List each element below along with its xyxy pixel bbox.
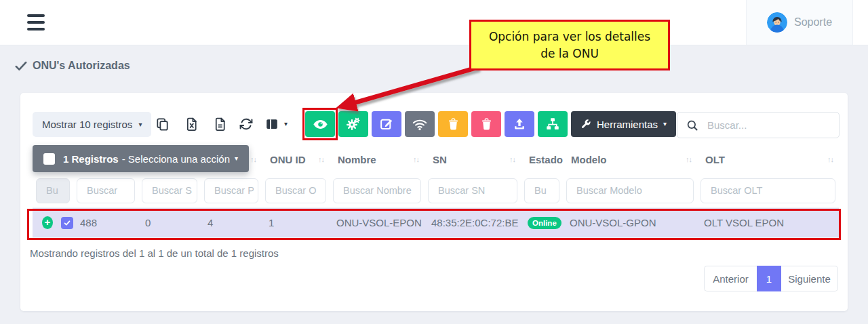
- top-bar: Soporte: [0, 0, 868, 45]
- sort-icon: ↑↓: [686, 155, 692, 163]
- header-sn[interactable]: SN↑↓: [425, 154, 521, 165]
- columns-icon[interactable]: [263, 114, 281, 134]
- filter-expand-disabled: [36, 178, 70, 203]
- show-entries-label: Mostrar 10 registros: [42, 119, 132, 130]
- cell-id: 488: [73, 217, 138, 228]
- sort-icon: ↑↓: [827, 155, 833, 163]
- trash-icon: [446, 117, 460, 131]
- sort-icon: ↑↓: [250, 155, 256, 163]
- table-info-text: Mostrando registros del 1 al 1 de un tot…: [30, 247, 279, 259]
- bulk-action-bar: 1 Registros - Selecciona una acción ▾: [33, 145, 249, 172]
- network-map-button[interactable]: [538, 111, 568, 137]
- copy-icon[interactable]: [153, 114, 171, 134]
- gears-icon: [345, 116, 361, 132]
- user-name-label: Soporte: [794, 16, 832, 28]
- auto-config-button[interactable]: [338, 111, 368, 137]
- delete-button-red[interactable]: [471, 111, 501, 137]
- tools-dropdown-button[interactable]: Herramientas ▾: [571, 111, 676, 137]
- table-search: [677, 112, 840, 138]
- pagination: Anterior 1 Siguiente: [704, 266, 838, 291]
- upload-icon: [512, 117, 527, 131]
- onu-table-card: Mostrar 10 registros ▾ ▾: [20, 93, 848, 311]
- plus-icon: +: [45, 217, 51, 227]
- check-icon: [15, 60, 27, 71]
- page-title-label: ONU's Autorizadas: [33, 60, 130, 72]
- sort-icon: ↑↓: [413, 155, 419, 163]
- page-title: ONU's Autorizadas: [15, 60, 130, 72]
- eye-icon: [313, 117, 328, 132]
- status-badge: Online: [528, 217, 561, 229]
- edit-icon: [379, 117, 394, 131]
- upload-button[interactable]: [505, 111, 534, 137]
- sitemap-icon: [545, 117, 560, 131]
- wrench-icon: [580, 119, 591, 129]
- cell-olt: OLT VSOL EPON: [697, 217, 839, 228]
- pagination-next[interactable]: Siguiente: [781, 266, 838, 291]
- search-input[interactable]: [706, 119, 844, 131]
- filter-modelo-input[interactable]: [566, 178, 694, 203]
- bulk-action-dropdown[interactable]: - Selecciona una acción ▾: [122, 153, 238, 165]
- wifi-button[interactable]: [405, 111, 435, 137]
- bulk-count-label: 1 Registros: [63, 153, 119, 165]
- document-icon[interactable]: [212, 114, 229, 134]
- edit-button[interactable]: [372, 111, 401, 137]
- cell-puerto: 4: [201, 217, 262, 228]
- filter-slot-input[interactable]: [142, 178, 197, 203]
- view-details-button[interactable]: [305, 111, 335, 137]
- search-icon: [686, 119, 698, 131]
- trash-icon: [479, 117, 494, 131]
- user-avatar: [767, 12, 787, 33]
- cell-slot: 0: [138, 217, 201, 228]
- header-estado: Estado: [521, 154, 563, 165]
- filter-id-input[interactable]: [77, 178, 135, 203]
- table-filter-row: [33, 174, 839, 208]
- cell-nombre: ONU-VSOL-EPON: [330, 217, 425, 228]
- caret-down-icon: ▾: [663, 121, 667, 127]
- header-nombre[interactable]: Nombre↑↓: [330, 154, 425, 165]
- tools-label: Herramientas: [597, 119, 658, 130]
- sort-icon: ↑↓: [509, 155, 515, 163]
- cell-sn: 48:35:2E:0C:72:BE: [425, 217, 521, 228]
- header-olt[interactable]: OLT↑↓: [697, 154, 839, 165]
- filter-olt-input[interactable]: [701, 178, 835, 203]
- header-onu-id[interactable]: ONU ID↑↓: [262, 154, 330, 165]
- expand-row-button[interactable]: +: [42, 216, 53, 229]
- show-entries-dropdown[interactable]: Mostrar 10 registros ▾: [33, 112, 151, 137]
- bulk-select-checkbox[interactable]: [43, 153, 55, 165]
- check-icon: [63, 219, 71, 227]
- table-row[interactable]: + 488 0 4 1 ONU-VSOL-EPON 48:35:2E:0C:72…: [33, 208, 839, 238]
- filter-estado-input[interactable]: [524, 178, 559, 203]
- user-menu[interactable]: Soporte: [746, 0, 853, 45]
- cell-modelo: ONU-VSOL-GPON: [563, 217, 697, 228]
- cell-onu-id: 1: [262, 217, 330, 228]
- pagination-page-1[interactable]: 1: [757, 266, 781, 291]
- sort-icon: ↑↓: [318, 155, 324, 163]
- refresh-icon[interactable]: [237, 114, 255, 134]
- columns-caret-icon[interactable]: ▾: [284, 121, 288, 127]
- row-checkbox-checked[interactable]: [61, 217, 73, 229]
- filter-puerto-input[interactable]: [204, 178, 258, 203]
- filter-nombre-input[interactable]: [333, 178, 421, 203]
- pagination-previous[interactable]: Anterior: [704, 266, 757, 291]
- delete-button-amber[interactable]: [438, 111, 468, 137]
- wifi-icon: [412, 116, 428, 132]
- filter-onu-id-input[interactable]: [265, 178, 326, 203]
- header-modelo[interactable]: Modelo↑↓: [563, 154, 697, 165]
- hamburger-menu-icon[interactable]: [27, 14, 45, 31]
- filter-sn-input[interactable]: [428, 178, 517, 203]
- annotation-callout: Opción para ver los detalles de la ONU: [469, 20, 670, 70]
- caret-down-icon: ▾: [138, 121, 142, 128]
- caret-down-icon: ▾: [235, 155, 238, 162]
- excel-file-icon[interactable]: [183, 114, 201, 134]
